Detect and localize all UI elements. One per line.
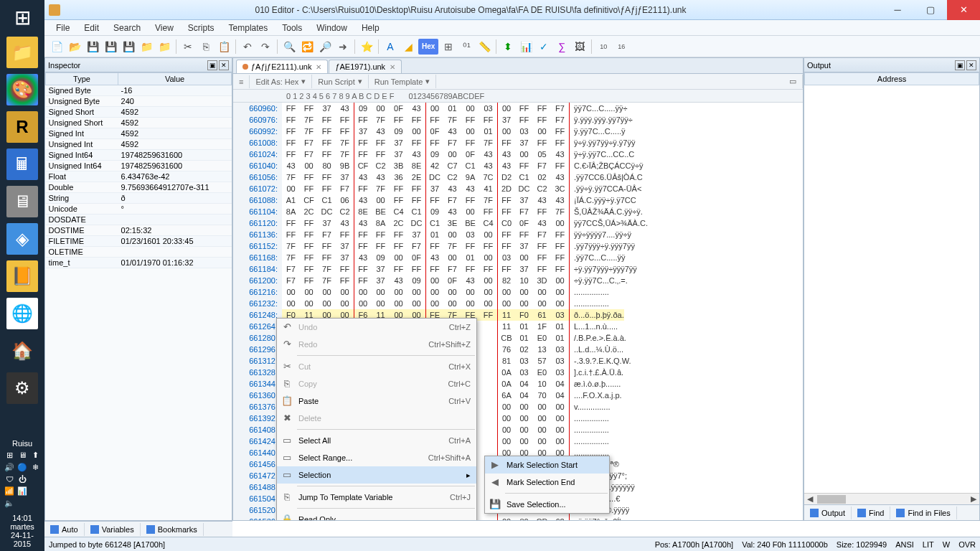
hex-byte[interactable]: 7F bbox=[443, 114, 461, 126]
hex-byte[interactable]: FF bbox=[551, 229, 569, 240]
hex-byte[interactable]: 43 bbox=[407, 103, 425, 114]
hex-byte[interactable]: FF bbox=[407, 114, 425, 126]
hex-ascii[interactable]: ¡ÏÁ.C.ÿÿÿ÷ÿ.ÿ7CC bbox=[569, 194, 636, 206]
hex-byte[interactable]: F7 bbox=[551, 114, 569, 126]
editor-icon[interactable]: 📙 bbox=[6, 260, 38, 292]
hex-byte[interactable]: 43 bbox=[461, 183, 479, 194]
hex-byte[interactable]: FF bbox=[461, 240, 479, 252]
hex-ascii[interactable]: ..L.d...¼.Ù.ö... bbox=[569, 344, 623, 355]
hex-byte[interactable]: FF bbox=[372, 149, 390, 160]
menu-item-paste[interactable]: 📋PasteCtrl+V bbox=[277, 392, 476, 410]
hex-row[interactable]: 661008:FFF7FF7FFFFF37FFFFF7FF7FFF37FFFFÿ… bbox=[233, 137, 803, 149]
hex-byte[interactable]: 80 bbox=[318, 160, 336, 171]
hex-byte[interactable]: E0 bbox=[533, 367, 551, 378]
hex-byte[interactable]: 57 bbox=[533, 355, 551, 367]
hex-byte[interactable]: 00 bbox=[390, 286, 407, 298]
hex-byte[interactable]: FF bbox=[497, 137, 515, 149]
hex-byte[interactable]: F7 bbox=[300, 137, 318, 149]
hex-byte[interactable]: FF bbox=[425, 137, 443, 149]
hex-byte[interactable]: FF bbox=[300, 240, 318, 252]
hex-byte[interactable]: 00 bbox=[300, 160, 318, 171]
hex-byte[interactable]: F7 bbox=[533, 160, 551, 171]
font-button[interactable]: A bbox=[382, 39, 398, 55]
hex-byte[interactable]: 00 bbox=[318, 286, 336, 298]
hex-byte[interactable]: 03 bbox=[551, 344, 569, 355]
inspector-row[interactable]: DOSDATE bbox=[46, 215, 232, 225]
hex-byte[interactable]: 43 bbox=[336, 103, 354, 114]
hex-byte[interactable]: 00 bbox=[551, 286, 569, 298]
hex-byte[interactable]: 80 bbox=[515, 516, 533, 520]
hex-row[interactable]: 661184:F7FF7FFFFF37FFFFFFF7FFFFFF37FFFF÷… bbox=[233, 263, 803, 275]
hex-ascii[interactable]: .ÿÿ7ÿÿÿ÷ÿ.ÿÿÿ7ÿÿ bbox=[569, 240, 635, 252]
inspector-row[interactable]: Unsigned Short4592 bbox=[46, 118, 232, 128]
hex-byte[interactable]: 8A bbox=[372, 217, 390, 229]
hex-byte[interactable]: FF bbox=[461, 114, 479, 126]
hex-byte[interactable]: 10 bbox=[533, 378, 551, 390]
highlight-button[interactable]: ◢ bbox=[400, 39, 416, 55]
hex-byte[interactable]: 00 bbox=[515, 413, 533, 424]
hex-ascii[interactable]: ................ bbox=[569, 424, 609, 435]
hex-byte[interactable]: E0 bbox=[533, 332, 551, 344]
saveall-button[interactable]: 💾 bbox=[103, 39, 118, 55]
hex-byte[interactable]: 43 bbox=[461, 275, 479, 286]
hex-byte[interactable] bbox=[479, 355, 497, 367]
base16-button[interactable]: 16 bbox=[613, 39, 629, 55]
hex-byte[interactable]: FF bbox=[551, 137, 569, 149]
menu-item-save-selection-[interactable]: 💾Save Selection... bbox=[485, 496, 609, 513]
hex-byte[interactable]: 00 bbox=[479, 252, 497, 263]
hex-byte[interactable]: F7 bbox=[551, 103, 569, 114]
ruisu-icon[interactable]: R bbox=[6, 111, 38, 143]
hex-ascii[interactable]: ].c.i.†.£.À.Ü.â. bbox=[569, 367, 623, 378]
hex-byte[interactable]: 10 bbox=[515, 275, 533, 286]
hex-byte[interactable]: 37 bbox=[407, 229, 425, 240]
hex-byte[interactable]: 43 bbox=[443, 183, 461, 194]
hex-byte[interactable]: FF bbox=[479, 206, 497, 217]
hex-byte[interactable]: FF bbox=[318, 149, 336, 160]
hex-byte[interactable]: 43 bbox=[282, 160, 300, 171]
checksum-button[interactable]: ✓ bbox=[536, 39, 552, 55]
hex-byte[interactable]: FF bbox=[425, 240, 443, 252]
hex-byte[interactable]: FF bbox=[497, 229, 515, 240]
hex-byte[interactable]: 02 bbox=[515, 344, 533, 355]
hex-byte[interactable]: 00 bbox=[497, 286, 515, 298]
hex-byte[interactable]: 0A bbox=[497, 378, 515, 390]
hex-byte[interactable]: 01 bbox=[515, 321, 533, 332]
hex-byte[interactable]: 43 bbox=[354, 171, 372, 183]
folder-button[interactable]: 📁 bbox=[138, 39, 154, 55]
hex-byte[interactable]: F7 bbox=[533, 229, 551, 240]
hex-byte[interactable]: 03 bbox=[515, 355, 533, 367]
hex-byte[interactable]: FF bbox=[407, 263, 425, 275]
hex-byte[interactable]: 0F bbox=[390, 103, 407, 114]
hex-byte[interactable]: 00 bbox=[354, 298, 372, 309]
hex-byte[interactable]: 03 bbox=[461, 229, 479, 240]
hex-byte[interactable]: FF bbox=[497, 206, 515, 217]
hex-byte[interactable]: 1F bbox=[533, 321, 551, 332]
hex-byte[interactable]: 0A bbox=[497, 367, 515, 378]
hex-ascii[interactable]: ................ bbox=[569, 435, 609, 447]
hex-row[interactable]: 660976:FF7FFFFFFF7FFFFFFF7FFFFF37FFFFF7ÿ… bbox=[233, 114, 803, 126]
calc-button[interactable]: ∑ bbox=[554, 39, 570, 55]
hex-byte[interactable]: 8E bbox=[407, 160, 425, 171]
hex-byte[interactable]: C1 bbox=[461, 160, 479, 171]
hex-byte[interactable]: FF bbox=[318, 137, 336, 149]
hex-byte[interactable]: 0F bbox=[425, 126, 443, 137]
hex-byte[interactable]: FF bbox=[390, 240, 407, 252]
hex-byte[interactable]: 8A bbox=[282, 206, 300, 217]
hex-byte[interactable]: FF bbox=[425, 263, 443, 275]
menu-item-select-range-[interactable]: ▭Select Range...Ctrl+Shift+A bbox=[277, 449, 476, 466]
hex-byte[interactable]: 00 bbox=[497, 424, 515, 435]
hex-byte[interactable]: 37 bbox=[515, 194, 533, 206]
hex-byte[interactable]: C2 bbox=[533, 183, 551, 194]
bottom-tab-variables[interactable]: Variables bbox=[85, 523, 141, 536]
hex-byte[interactable] bbox=[479, 390, 497, 401]
panel-close-icon[interactable]: ✕ bbox=[219, 60, 229, 70]
hex-byte[interactable]: FF bbox=[354, 263, 372, 275]
hex-byte[interactable]: 3E bbox=[443, 217, 461, 229]
hex-ascii[interactable]: ................ bbox=[569, 413, 609, 424]
hex-row[interactable]: 661168:7FFFFF374309000F430001000300FFFF.… bbox=[233, 252, 803, 263]
hex-byte[interactable]: C2 bbox=[336, 206, 354, 217]
hex-byte[interactable]: FF bbox=[354, 137, 372, 149]
ruler-button[interactable]: 📏 bbox=[476, 39, 492, 55]
hex-byte[interactable] bbox=[479, 321, 497, 332]
hex-byte[interactable]: 00 bbox=[282, 183, 300, 194]
